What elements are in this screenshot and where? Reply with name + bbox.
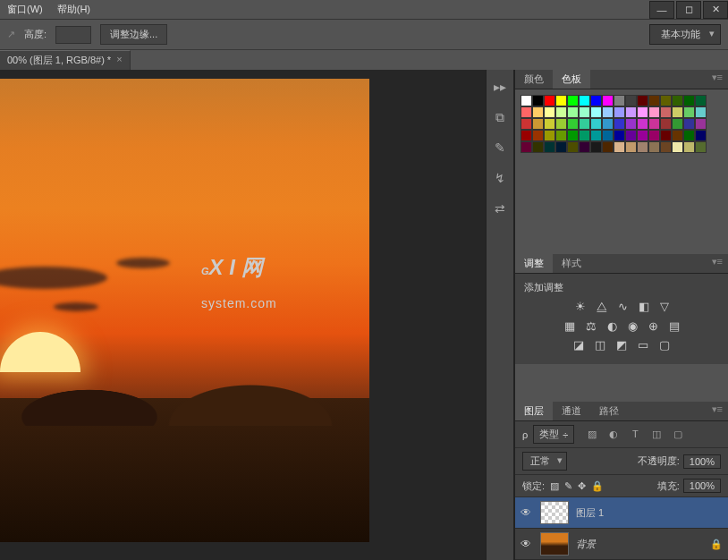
swatch[interactable] [602,118,614,130]
filter-adjust-icon[interactable]: ◐ [606,428,621,440]
tab-channels[interactable]: 通道 [553,402,590,420]
swatch[interactable] [672,118,683,130]
brightness-contrast-icon[interactable]: ☀ [575,300,586,314]
swatch[interactable] [555,141,567,153]
swatch[interactable] [683,130,695,141]
swatch[interactable] [637,118,648,130]
history-icon[interactable]: ⧉ [488,106,512,129]
swatch[interactable] [614,141,625,153]
swatch[interactable] [579,141,590,153]
maximize-button[interactable]: ◻ [676,1,701,19]
swatch[interactable] [648,118,660,130]
swatch[interactable] [532,130,544,141]
visibility-toggle-icon[interactable]: 👁 [521,506,533,519]
swatch[interactable] [590,106,602,118]
swatch[interactable] [625,141,637,153]
swatch[interactable] [532,118,544,130]
swatch[interactable] [695,106,707,118]
swatch[interactable] [637,95,648,106]
swatch[interactable] [544,130,555,141]
swatch[interactable] [637,130,648,141]
swatch[interactable] [567,95,579,106]
channel-mixer-icon[interactable]: ⊕ [648,319,658,333]
tab-paths[interactable]: 路径 [590,402,628,420]
lock-all-icon[interactable]: 🔒 [591,480,604,492]
swatch[interactable] [590,118,602,130]
hue-sat-icon[interactable]: ▦ [564,319,575,333]
tab-adjustments[interactable]: 调整 [515,254,553,273]
exposure-icon[interactable]: ◧ [639,300,649,314]
filter-pixel-icon[interactable]: ▨ [585,428,599,440]
swatch[interactable] [521,106,532,118]
swatch[interactable] [695,95,707,106]
filter-type-icon[interactable]: T [628,428,642,440]
color-balance-icon[interactable]: ⚖ [586,319,597,333]
swatch[interactable] [521,130,532,141]
swatch[interactable] [683,95,695,106]
lock-transparent-icon[interactable]: ▨ [550,480,559,492]
swatch[interactable] [660,95,672,106]
swatch[interactable] [521,95,532,106]
swatch[interactable] [648,130,660,141]
swatch[interactable] [567,118,579,130]
invert-icon[interactable]: ◪ [573,338,584,352]
panel-menu-icon[interactable]: ▾≡ [707,70,728,89]
tab-layers[interactable]: 图层 [515,402,553,420]
swatch[interactable] [672,106,683,118]
swatch[interactable] [614,106,625,118]
swatch[interactable] [544,118,555,130]
swatch[interactable] [590,141,602,153]
clone-source-icon[interactable]: ⇄ [488,197,512,220]
swatch[interactable] [579,106,590,118]
swatch[interactable] [555,118,567,130]
swatch[interactable] [614,130,625,141]
filter-smart-icon[interactable]: ▢ [671,428,685,440]
collapse-panels-icon[interactable]: ▸▸ [488,75,512,98]
swatch[interactable] [567,141,579,153]
swatch[interactable] [695,141,707,153]
layer-filter-kind-dropdown[interactable]: 类型÷ [533,425,574,444]
lock-paint-icon[interactable]: ✎ [564,480,572,492]
swatch[interactable] [555,106,567,118]
vibrance-icon[interactable]: ▽ [660,300,669,314]
swatch[interactable] [648,95,660,106]
close-button[interactable]: ✕ [703,1,728,19]
swatch[interactable] [625,95,637,106]
panel-menu-icon[interactable]: ▾≡ [707,254,728,273]
layer-name[interactable]: 图层 1 [576,506,604,520]
swatch[interactable] [648,141,660,153]
menu-help[interactable]: 帮助(H) [50,0,97,19]
swatch[interactable] [544,95,555,106]
color-lookup-icon[interactable]: ▤ [669,319,680,333]
swatch[interactable] [602,141,614,153]
swatch[interactable] [625,130,637,141]
refine-edge-button[interactable]: 调整边缘... [100,24,167,45]
photo-filter-icon[interactable]: ◉ [628,319,638,333]
swatch[interactable] [521,118,532,130]
swatch[interactable] [579,118,590,130]
swatch[interactable] [672,95,683,106]
swatch[interactable] [579,95,590,106]
levels-icon[interactable]: ⧋ [597,300,607,314]
swatch[interactable] [672,141,683,153]
selective-color-icon[interactable]: ▢ [659,338,670,352]
lock-position-icon[interactable]: ✥ [578,480,586,492]
swatch[interactable] [532,106,544,118]
swatch[interactable] [590,130,602,141]
filter-shape-icon[interactable]: ◫ [649,428,664,440]
curves-icon[interactable]: ∿ [618,300,628,314]
swatch[interactable] [567,130,579,141]
panel-menu-icon[interactable]: ▾≡ [707,402,728,420]
filter-kind-icon[interactable]: ρ [522,429,528,440]
swatch[interactable] [695,130,707,141]
layer-thumbnail[interactable] [540,532,569,556]
close-tab-icon[interactable]: × [116,54,122,67]
swatch[interactable] [579,130,590,141]
swatch[interactable] [532,95,544,106]
swatch[interactable] [590,95,602,106]
swatch[interactable] [544,106,555,118]
threshold-icon[interactable]: ◩ [616,338,627,352]
posterize-icon[interactable]: ◫ [595,338,605,352]
layer-row[interactable]: 👁 背景 🔒 [515,529,728,560]
swatch[interactable] [683,106,695,118]
